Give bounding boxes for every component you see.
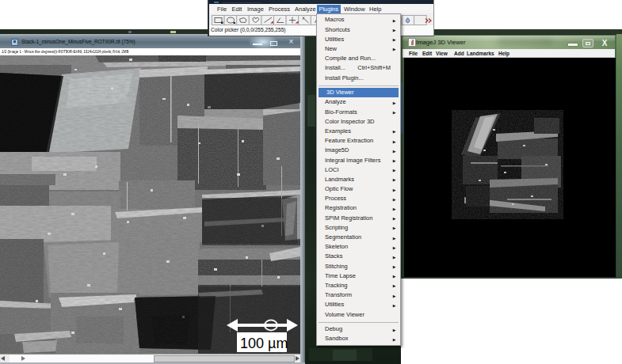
svg-text:100 µm: 100 µm	[240, 336, 288, 351]
